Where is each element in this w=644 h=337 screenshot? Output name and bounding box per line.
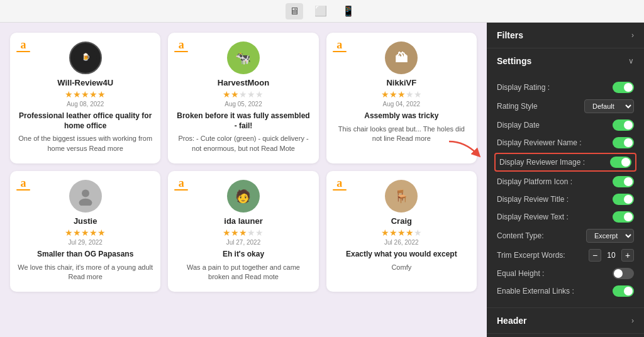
filters-header[interactable]: Filters › [487,23,644,48]
review-card: a 🧑 ida launer ★★★★★ Jul 27, 2022 Eh it'… [168,171,318,292]
review-card: a 🐄 HarvestMoon ★★★★★ Aug 05, 2022 Broke… [168,33,318,163]
display-reviewer-image-row: Display Reviewer Image : [494,153,636,172]
stepper-value: 10 [605,251,618,260]
review-title: Broken before it was fully assembled - f… [175,111,311,131]
display-review-title-label: Display Review Title : [497,195,569,204]
display-reviewer-image-toggle[interactable] [610,157,631,168]
review-date: Jul 26, 2022 [334,239,469,246]
settings-header[interactable]: Settings ∨ [487,48,644,74]
trim-excerpt-row: Trim Excerpt Words: − 10 + [497,246,634,265]
trim-excerpt-label: Trim Excerpt Words: [497,251,565,260]
reviewer-avatar: 🪑 [385,180,418,213]
reviewer-name: ida launer [175,216,311,226]
amazon-badge: a [174,177,188,191]
rating-style-select[interactable]: Default Stars Numeric [584,99,634,113]
display-reviewer-name-label: Display Reviewer Name : [497,138,582,147]
main-layout: a 🍺 Will-Review4U ★★★★★ Aug 08, 2022 Pro… [0,23,644,337]
enable-external-links-toggle[interactable] [613,285,634,297]
star-rating: ★★★★★ [18,89,153,99]
read-more-link[interactable]: Read Mote [261,145,295,152]
review-date: Jul 29, 2022 [18,239,153,246]
display-review-text-toggle[interactable] [613,211,634,223]
review-title: Eh it's okay [175,250,311,260]
review-title: Professional leather office quality for … [18,111,153,131]
display-review-title-toggle[interactable] [613,194,634,205]
display-platform-icon-row: Display Platform Icon : [497,173,634,191]
desktop-view-icon[interactable]: 🖥 [286,3,303,19]
equal-height-label: Equal Height : [497,269,544,278]
header-section-header[interactable]: Header › [487,308,644,333]
svg-point-3 [79,199,92,206]
enable-external-links-row: Enable External Links : [497,282,634,300]
content-type-select[interactable]: Excerpt Full [586,229,634,243]
read-more-link[interactable]: Read more [89,145,123,152]
review-title: Exactly what you would except [334,250,469,260]
read-more-link[interactable]: Read more [68,273,102,280]
review-card: a 🪑 Craig ★★★★★ Jul 26, 2022 Exactly wha… [326,171,477,292]
reviewer-name: Craig [334,216,469,226]
reviewer-avatar: 🏔 [385,41,418,74]
display-date-row: Display Date [497,116,634,134]
reviewer-avatar: 🍺 [69,41,102,74]
right-panel: Filters › Settings ∨ Display Rating : Ra… [487,23,644,337]
svg-text:🍺: 🍺 [81,53,90,61]
svg-point-2 [82,189,89,197]
review-text: Comfy [334,263,469,272]
star-rating: ★★★★★ [334,89,469,99]
settings-chevron-icon: ∨ [628,57,634,65]
amazon-badge: a [333,177,347,191]
rating-style-row: Rating Style Default Stars Numeric [497,96,634,116]
read-more-link[interactable]: Read more [396,135,430,142]
mobile-view-icon[interactable]: 📱 [338,3,358,19]
filters-section: Filters › [487,23,644,48]
amazon-badge: a [16,177,30,191]
content-type-label: Content Type: [497,231,544,240]
display-platform-icon-toggle[interactable] [613,176,634,187]
read-more-link[interactable]: Read mote [245,273,279,280]
amazon-badge: a [174,39,188,52]
reviewer-avatar [69,180,102,213]
display-date-toggle[interactable] [613,119,634,131]
review-text: Was a pain to put together and came brok… [175,263,311,282]
display-review-title-row: Display Review Title : [497,191,634,208]
header-section-title: Header [497,316,526,326]
rating-style-label: Rating Style [497,102,538,111]
tablet-view-icon[interactable]: ⬜ [311,3,331,19]
display-reviewer-name-row: Display Reviewer Name : [497,134,634,152]
reviews-grid: a 🍺 Will-Review4U ★★★★★ Aug 08, 2022 Pro… [10,33,477,292]
star-rating: ★★★★★ [334,228,469,238]
reviewer-name: HarvestMoon [175,78,311,87]
review-date: Aug 04, 2022 [334,101,469,108]
star-rating: ★★★★★ [175,228,311,238]
review-title: Assembly was tricky [334,111,469,121]
reviewer-avatar: 🧑 [227,180,260,213]
amazon-badge: a [16,39,30,52]
display-platform-icon-label: Display Platform Icon : [497,177,572,186]
settings-content: Display Rating : Rating Style Default St… [487,74,644,307]
review-date: Aug 05, 2022 [175,101,311,108]
review-card: a 🏔 NikkiVF ★★★★★ Aug 04, 2022 Assembly … [326,33,477,163]
equal-height-toggle[interactable] [613,268,634,279]
reviews-area: a 🍺 Will-Review4U ★★★★★ Aug 08, 2022 Pro… [0,23,487,337]
display-review-text-label: Display Review Text : [497,213,569,221]
header-section: Header › [487,308,644,334]
display-reviewer-name-toggle[interactable] [613,137,634,148]
star-rating: ★★★★★ [175,89,311,99]
filters-title: Filters [497,30,523,40]
equal-height-row: Equal Height : [497,265,634,282]
reviewer-name: Will-Review4U [18,78,153,87]
review-text: We love this chair, it's more of a young… [18,263,153,282]
content-type-row: Content Type: Excerpt Full [497,226,634,246]
stepper-increase-button[interactable]: + [621,249,634,262]
star-rating: ★★★★★ [18,228,153,238]
stepper-decrease-button[interactable]: − [589,249,601,262]
header-chevron-icon: › [631,316,634,325]
toolbar: 🖥 ⬜ 📱 [0,0,644,23]
review-text: This chair looks great but... The holes … [334,124,469,144]
review-date: Aug 08, 2022 [18,101,153,108]
amazon-badge: a [333,39,347,52]
display-rating-toggle[interactable] [613,82,634,93]
review-text: One of the biggest issues with working f… [18,134,153,153]
display-date-label: Display Date [497,121,540,130]
review-text: Pros: - Cute color (green) - quick deliv… [175,134,311,153]
